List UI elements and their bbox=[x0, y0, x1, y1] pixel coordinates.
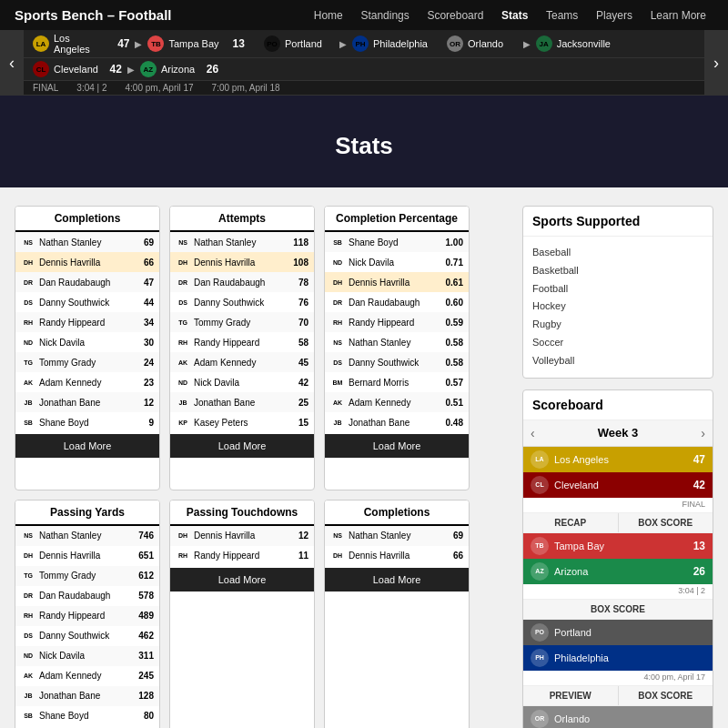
score-game-status: 3:04 | 2 bbox=[523, 584, 713, 599]
team-logo-nd: ND bbox=[176, 375, 190, 389]
stat-value: 58 bbox=[298, 338, 308, 348]
team-logo-ak: AK bbox=[21, 375, 35, 389]
scoreboard-game-0: LA Los Angeles 47 CL Cleveland 42 FINALR… bbox=[523, 447, 713, 533]
stat-row: AK Adam Kennedy 0.51 bbox=[325, 392, 469, 412]
completions-title: Completions bbox=[15, 207, 159, 232]
score-action-recap[interactable]: RECAP bbox=[523, 513, 618, 532]
stat-row: DR Dan Raudabaugh 578 bbox=[15, 586, 159, 606]
score-team-name: Cleveland bbox=[554, 480, 693, 490]
score-la: 47 bbox=[111, 37, 129, 50]
stat-row: DR Dan Raudabaugh 0.60 bbox=[325, 292, 469, 312]
score-logo: OR bbox=[531, 710, 549, 728]
team-arizona-name: Arizona bbox=[161, 64, 195, 75]
nav-stats[interactable]: Stats bbox=[501, 9, 528, 22]
completion-pct-load-more[interactable]: Load More bbox=[325, 434, 469, 458]
ticker-game-port-phil: PO Portland ▶ PH Philadelphia bbox=[255, 33, 437, 55]
score-action-box-score[interactable]: BOX SCORE bbox=[618, 686, 713, 705]
player-name: Shane Boyd bbox=[39, 711, 144, 721]
score-arizona: 26 bbox=[200, 63, 218, 76]
team-logo-kp: KP bbox=[176, 415, 190, 430]
nav-teams[interactable]: Teams bbox=[546, 9, 578, 22]
ticker-row-1: LA Los Angeles 47 ▶ TB Tampa Bay 13 PO P… bbox=[24, 30, 704, 58]
nav-scoreboard[interactable]: Scoreboard bbox=[427, 9, 483, 22]
team-logo-sb: SB bbox=[21, 415, 35, 430]
nav-learn-more[interactable]: Learn More bbox=[651, 9, 706, 22]
player-name: Nathan Stanley bbox=[349, 531, 453, 541]
stat-row: SB Shane Boyd 80 bbox=[15, 706, 159, 726]
passing-yards-card: Passing Yards NS Nathan Stanley 746 DH D… bbox=[15, 500, 160, 728]
player-name: Jonathan Bane bbox=[39, 398, 144, 408]
score-game-status: FINAL bbox=[523, 498, 713, 512]
score-game-actions: PREVIEWBOX SCORE bbox=[523, 685, 713, 705]
score-game-status: 4:00 pm, April 17 bbox=[523, 671, 713, 685]
stat-row: ND Nick Davila 42 bbox=[170, 372, 314, 392]
stat-value: 69 bbox=[144, 238, 154, 248]
ticker-next[interactable]: › bbox=[704, 30, 728, 96]
stat-value: 462 bbox=[138, 631, 154, 641]
completions2-load-more[interactable]: Load More bbox=[325, 568, 469, 592]
stat-value: 245 bbox=[138, 671, 154, 681]
stat-row: DH Dennis Havrilla 108 bbox=[170, 252, 314, 272]
stat-row: AK Adam Kennedy 45 bbox=[170, 352, 314, 372]
score-team-name: Orlando bbox=[554, 713, 705, 724]
sport-item: Soccer bbox=[532, 334, 703, 352]
nav-players[interactable]: Players bbox=[596, 9, 632, 22]
scoreboard-header: ‹ Week 3 › bbox=[523, 420, 713, 447]
attempts-title: Attempts bbox=[170, 207, 314, 232]
team-logo-dr: DR bbox=[21, 275, 35, 289]
logo-philadelphia: PH bbox=[352, 35, 369, 52]
stat-value: 612 bbox=[138, 571, 154, 581]
nav-standings[interactable]: Standings bbox=[360, 9, 409, 22]
ticker-status-row: FINAL 3:04 | 2 4:00 pm, April 17 7:00 pm… bbox=[24, 81, 704, 96]
stat-value: 45 bbox=[298, 358, 308, 368]
score-action-box-score[interactable]: BOX SCORE bbox=[618, 513, 713, 532]
completions-load-more[interactable]: Load More bbox=[15, 434, 159, 458]
team-logo-dh: DH bbox=[21, 549, 35, 563]
scoreboard-title: Scoreboard bbox=[523, 390, 713, 420]
team-logo-rh: RH bbox=[176, 335, 190, 349]
stat-value: 128 bbox=[138, 691, 154, 701]
score-team-name: Philadelphia bbox=[554, 652, 705, 663]
scoreboard-next[interactable]: › bbox=[701, 426, 705, 440]
stat-row: DS Danny Southwick 0.58 bbox=[325, 352, 469, 372]
stat-row: DR Dan Raudabaugh 47 bbox=[15, 272, 159, 292]
stat-value: 66 bbox=[453, 551, 463, 561]
stat-row: NS Nathan Stanley 69 bbox=[325, 526, 469, 546]
team-logo-ds: DS bbox=[21, 629, 35, 643]
scoreboard-games: LA Los Angeles 47 CL Cleveland 42 FINALR… bbox=[523, 447, 713, 728]
attempts-load-more[interactable]: Load More bbox=[170, 434, 314, 458]
stat-value: 78 bbox=[298, 278, 308, 288]
team-logo-ak: AK bbox=[330, 395, 345, 410]
stat-row: NS Nathan Stanley 0.58 bbox=[325, 332, 469, 352]
stat-value: 42 bbox=[298, 378, 308, 388]
team-portland-name: Portland bbox=[285, 38, 334, 49]
team-logo-jb: JB bbox=[21, 689, 35, 703]
completion-pct-card: Completion Percentage SB Shane Boyd 1.00… bbox=[324, 206, 470, 490]
stat-row: SB Shane Boyd 1.00 bbox=[325, 232, 469, 252]
score-action-preview[interactable]: PREVIEW bbox=[523, 686, 618, 705]
stat-value: 0.57 bbox=[446, 378, 463, 388]
stat-row: DH Dennis Havrilla 66 bbox=[325, 546, 469, 566]
score-action-box-score[interactable]: BOX SCORE bbox=[523, 600, 713, 619]
ticker-row-2: CL Cleveland 42 ▶ AZ Arizona 26 bbox=[24, 58, 704, 81]
score-team-name: Tampa Bay bbox=[554, 541, 693, 551]
score-team-score: 47 bbox=[693, 453, 705, 466]
stats-grid: Completions NS Nathan Stanley 69 DH Denn… bbox=[15, 206, 508, 728]
sport-item: Football bbox=[532, 280, 703, 298]
team-logo-bm: BM bbox=[330, 375, 345, 389]
stat-value: 0.58 bbox=[446, 358, 463, 368]
score-team-row: PH Philadelphia bbox=[523, 645, 713, 671]
score-logo: TB bbox=[531, 537, 549, 555]
score-team-row: OR Orlando bbox=[523, 706, 713, 728]
nav-home[interactable]: Home bbox=[314, 9, 343, 22]
stat-row: JB Jonathan Bane 25 bbox=[170, 392, 314, 412]
team-logo-rh: RH bbox=[330, 315, 345, 329]
player-name: Adam Kennedy bbox=[349, 398, 446, 408]
stat-value: 47 bbox=[144, 278, 154, 288]
team-logo-ak: AK bbox=[21, 669, 35, 683]
passing-td-load-more[interactable]: Load More bbox=[170, 568, 314, 592]
sports-list: BaseballBasketballFootballHockeyRugbySoc… bbox=[523, 237, 713, 378]
ticker-prev[interactable]: ‹ bbox=[0, 30, 24, 96]
site-title: Sports Bench – Football bbox=[15, 7, 172, 23]
player-name: Dan Raudabaugh bbox=[39, 591, 138, 601]
